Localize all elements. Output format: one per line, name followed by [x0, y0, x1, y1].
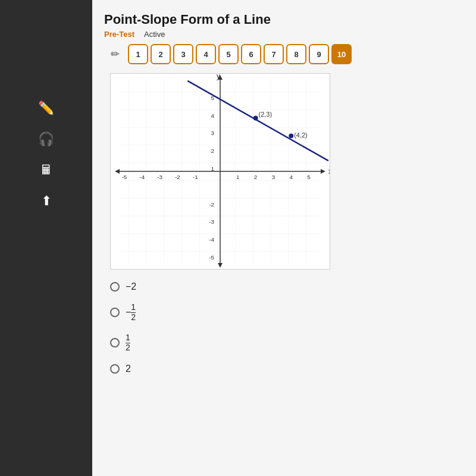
svg-text:-5: -5 — [122, 174, 127, 180]
radio-b[interactable] — [110, 308, 120, 317]
radio-d[interactable] — [110, 364, 120, 374]
choice-d-text: 2 — [126, 364, 131, 374]
svg-text:(2,3): (2,3) — [259, 111, 272, 118]
svg-text:-5: -5 — [209, 254, 214, 261]
tab-2[interactable]: 2 — [151, 44, 171, 64]
tab-7[interactable]: 7 — [264, 44, 284, 64]
svg-point-31 — [289, 133, 293, 138]
svg-text:2: 2 — [254, 174, 258, 180]
radio-a[interactable] — [110, 282, 120, 292]
tab-5[interactable]: 5 — [218, 44, 239, 64]
tab-4[interactable]: 4 — [196, 44, 216, 64]
svg-text:-4: -4 — [209, 236, 214, 243]
choice-b[interactable]: −12 — [110, 303, 464, 322]
choice-c-text: 12 — [126, 333, 130, 353]
headphones-icon[interactable]: 🎧 — [33, 126, 60, 152]
tab-8[interactable]: 8 — [286, 44, 306, 64]
svg-text:x: x — [328, 167, 330, 176]
svg-text:4: 4 — [211, 112, 215, 119]
svg-text:(4,2): (4,2) — [294, 131, 307, 139]
svg-text:3: 3 — [272, 174, 275, 180]
svg-text:y: y — [217, 74, 220, 80]
active-label: Active — [144, 30, 165, 39]
svg-point-29 — [253, 116, 258, 121]
svg-text:-3: -3 — [209, 218, 214, 225]
svg-text:-2: -2 — [209, 201, 214, 208]
pre-test-label: Pre-Test — [104, 30, 134, 39]
choice-b-text: −12 — [126, 303, 136, 322]
svg-marker-3 — [321, 169, 325, 174]
svg-text:1: 1 — [236, 174, 240, 180]
tab-9[interactable]: 9 — [309, 44, 329, 64]
pencil-icon[interactable]: ✏️ — [33, 95, 60, 121]
svg-text:-3: -3 — [157, 174, 162, 180]
tabs-row: ✏ 1 2 3 4 5 6 7 8 9 10 — [104, 43, 464, 65]
tab-3[interactable]: 3 — [173, 44, 193, 64]
svg-text:4: 4 — [290, 174, 293, 180]
choice-d[interactable]: 2 — [110, 364, 464, 374]
upload-icon[interactable]: ⬆ — [33, 188, 60, 214]
svg-text:3: 3 — [211, 130, 215, 136]
tab-6[interactable]: 6 — [241, 44, 261, 64]
svg-marker-4 — [115, 169, 120, 174]
header: Point-Slope Form of a Line Pre-Test Acti… — [104, 12, 464, 39]
choice-c[interactable]: 12 — [110, 333, 464, 353]
main-content: Point-Slope Form of a Line Pre-Test Acti… — [92, 0, 476, 476]
calculator-icon[interactable]: 🖩 — [33, 157, 60, 183]
coordinate-graph: x y -5 -4 -3 -2 -1 1 2 3 4 5 5 4 3 2 — [111, 74, 330, 269]
svg-text:2: 2 — [211, 148, 215, 154]
choice-a[interactable]: −2 — [110, 281, 464, 292]
edit-icon[interactable]: ✏ — [104, 43, 126, 65]
svg-text:5: 5 — [307, 174, 311, 180]
svg-text:-2: -2 — [175, 174, 180, 180]
sidebar: ✏️ 🎧 🖩 ⬆ — [0, 0, 92, 476]
graph-container: x y -5 -4 -3 -2 -1 1 2 3 4 5 5 4 3 2 — [110, 73, 330, 270]
choice-a-text: −2 — [126, 281, 136, 292]
svg-text:-1: -1 — [193, 174, 198, 180]
svg-text:1: 1 — [211, 165, 215, 172]
svg-text:-4: -4 — [139, 174, 145, 180]
tab-1[interactable]: 1 — [128, 44, 148, 64]
tab-10[interactable]: 10 — [331, 44, 352, 64]
answer-choices: −2 −12 12 2 — [110, 281, 464, 374]
subtitle-row: Pre-Test Active — [104, 30, 464, 39]
page-title: Point-Slope Form of a Line — [104, 12, 464, 27]
svg-marker-6 — [218, 263, 223, 268]
radio-c[interactable] — [110, 338, 120, 347]
